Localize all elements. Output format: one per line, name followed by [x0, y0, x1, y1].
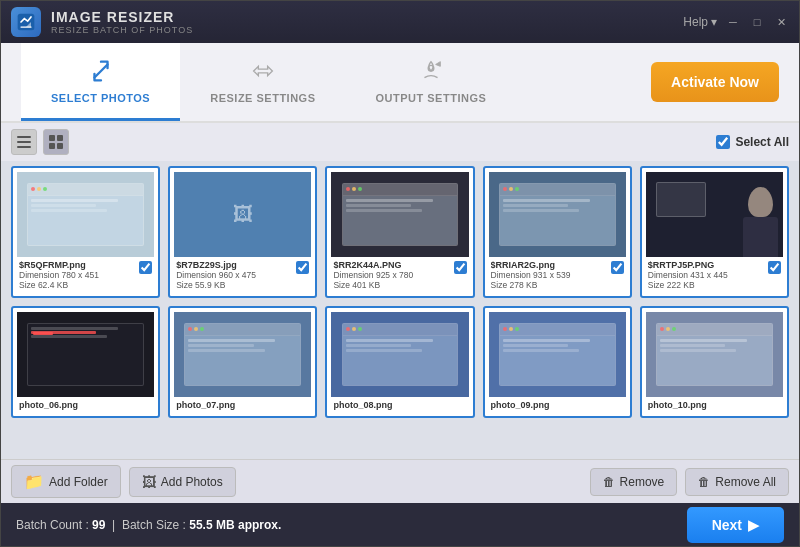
select-photos-icon — [87, 57, 115, 87]
photo-info: $RRTPJ5P.PNG Dimension 431 x 445 Size 22… — [646, 257, 783, 292]
photo-item[interactable]: 🖼 $R7BZ29S.jpg Dimension 960 x 475 Size … — [168, 166, 317, 298]
photo-item[interactable]: $R5QFRMP.png Dimension 780 x 451 Size 62… — [11, 166, 160, 298]
chevron-down-icon: ▾ — [711, 15, 717, 29]
next-button[interactable]: Next ▶ — [687, 507, 784, 543]
photo-thumbnail — [489, 172, 626, 257]
status-bar: Batch Count : 99 | Batch Size : 55.5 MB … — [1, 503, 799, 546]
photo-info: $R7BZ29S.jpg Dimension 960 x 475 Size 55… — [174, 257, 311, 292]
photo-thumbnail — [17, 312, 154, 397]
title-bar: IMAGE RESIZER RESIZE BATCH OF PHOTOS Hel… — [1, 1, 799, 43]
window-controls: Help ▾ ─ □ ✕ — [683, 14, 789, 30]
photo-info: photo_08.png — [331, 397, 468, 412]
add-photos-button[interactable]: 🖼 Add Photos — [129, 467, 236, 497]
resize-icon — [249, 57, 277, 87]
photo-item[interactable]: photo_09.png — [483, 306, 632, 418]
trash-icon: 🗑 — [603, 475, 615, 489]
photo-checkbox[interactable] — [454, 261, 467, 274]
nav-bar: SELECT PHOTOS RESIZE SETTINGS — [1, 43, 799, 123]
photo-info: photo_09.png — [489, 397, 626, 412]
photo-name: photo_09.png — [491, 400, 624, 410]
app-subtitle: RESIZE BATCH OF PHOTOS — [51, 25, 683, 35]
app-title: IMAGE RESIZER — [51, 9, 683, 25]
photo-item[interactable]: photo_08.png — [325, 306, 474, 418]
content-area: Select All — [1, 123, 799, 459]
photo-thumbnail: 🖼 — [174, 172, 311, 257]
minimize-button[interactable]: ─ — [725, 14, 741, 30]
main-window: IMAGE RESIZER RESIZE BATCH OF PHOTOS Hel… — [0, 0, 800, 547]
tab-select-photos[interactable]: SELECT PHOTOS — [21, 43, 180, 121]
photo-grid-container[interactable]: $R5QFRMP.png Dimension 780 x 451 Size 62… — [1, 161, 799, 459]
title-text: IMAGE RESIZER RESIZE BATCH OF PHOTOS — [51, 9, 683, 35]
status-text: Batch Count : 99 | Batch Size : 55.5 MB … — [16, 518, 281, 532]
photo-checkbox[interactable] — [611, 261, 624, 274]
photo-item[interactable]: photo_10.png — [640, 306, 789, 418]
nav-tabs: SELECT PHOTOS RESIZE SETTINGS — [21, 43, 631, 121]
photo-name: photo_07.png — [176, 400, 309, 410]
list-view-button[interactable] — [11, 129, 37, 155]
photo-size: Size 401 KB — [333, 280, 466, 290]
tab-select-photos-label: SELECT PHOTOS — [51, 92, 150, 104]
photo-add-icon: 🖼 — [142, 474, 156, 490]
close-button[interactable]: ✕ — [773, 14, 789, 30]
folder-icon: 📁 — [24, 472, 44, 491]
photo-dimension: Dimension 925 x 780 — [333, 270, 466, 280]
svg-rect-7 — [49, 143, 55, 149]
maximize-button[interactable]: □ — [749, 14, 765, 30]
photo-name: $RRTPJ5P.PNG — [648, 260, 781, 270]
photo-thumbnail — [646, 312, 783, 397]
photo-info: photo_06.png — [17, 397, 154, 412]
photo-name: $RRIAR2G.png — [491, 260, 624, 270]
app-logo — [11, 7, 41, 37]
svg-rect-2 — [17, 136, 31, 138]
photo-size: Size 278 KB — [491, 280, 624, 290]
photo-info: $RR2K44A.PNG Dimension 925 x 780 Size 40… — [331, 257, 468, 292]
activate-now-button[interactable]: Activate Now — [651, 62, 779, 102]
photo-name: photo_08.png — [333, 400, 466, 410]
photo-thumbnail — [489, 312, 626, 397]
remove-button[interactable]: 🗑 Remove — [590, 468, 678, 496]
photo-info: $R5QFRMP.png Dimension 780 x 451 Size 62… — [17, 257, 154, 292]
tab-output-settings-label: OUTPUT SETTINGS — [376, 92, 487, 104]
photo-name: photo_06.png — [19, 400, 152, 410]
photo-info: $RRIAR2G.png Dimension 931 x 539 Size 27… — [489, 257, 626, 292]
photo-size: Size 62.4 KB — [19, 280, 152, 290]
trash-all-icon: 🗑 — [698, 475, 710, 489]
svg-rect-8 — [57, 143, 63, 149]
photo-item[interactable]: photo_07.png — [168, 306, 317, 418]
photo-info: photo_07.png — [174, 397, 311, 412]
select-all-label: Select All — [735, 135, 789, 149]
photo-thumbnail — [331, 172, 468, 257]
output-icon — [417, 57, 445, 87]
tab-resize-settings-label: RESIZE SETTINGS — [210, 92, 315, 104]
photo-thumbnail — [174, 312, 311, 397]
photo-item[interactable]: photo_06.png — [11, 306, 160, 418]
photo-item[interactable]: $RRIAR2G.png Dimension 931 x 539 Size 27… — [483, 166, 632, 298]
photo-dimension: Dimension 931 x 539 — [491, 270, 624, 280]
svg-rect-4 — [17, 146, 31, 148]
select-all-area[interactable]: Select All — [716, 135, 789, 149]
photo-item[interactable]: $RR2K44A.PNG Dimension 925 x 780 Size 40… — [325, 166, 474, 298]
photo-name: $RR2K44A.PNG — [333, 260, 466, 270]
photo-name: $R7BZ29S.jpg — [176, 260, 309, 270]
photo-name: photo_10.png — [648, 400, 781, 410]
toolbar-row: Select All — [1, 123, 799, 161]
photo-checkbox[interactable] — [139, 261, 152, 274]
grid-view-button[interactable] — [43, 129, 69, 155]
add-folder-button[interactable]: 📁 Add Folder — [11, 465, 121, 498]
photo-size: Size 222 KB — [648, 280, 781, 290]
photo-size: Size 55.9 KB — [176, 280, 309, 290]
photo-checkbox[interactable] — [768, 261, 781, 274]
photo-grid: $R5QFRMP.png Dimension 780 x 451 Size 62… — [11, 166, 789, 418]
help-button[interactable]: Help ▾ — [683, 15, 717, 29]
svg-rect-5 — [49, 135, 55, 141]
tab-resize-settings[interactable]: RESIZE SETTINGS — [180, 43, 345, 121]
remove-all-button[interactable]: 🗑 Remove All — [685, 468, 789, 496]
select-all-checkbox[interactable] — [716, 135, 730, 149]
svg-rect-6 — [57, 135, 63, 141]
photo-dimension: Dimension 780 x 451 — [19, 270, 152, 280]
next-arrow-icon: ▶ — [748, 517, 759, 533]
photo-item[interactable]: $RRTPJ5P.PNG Dimension 431 x 445 Size 22… — [640, 166, 789, 298]
photo-info: photo_10.png — [646, 397, 783, 412]
photo-checkbox[interactable] — [296, 261, 309, 274]
tab-output-settings[interactable]: OUTPUT SETTINGS — [346, 43, 517, 121]
